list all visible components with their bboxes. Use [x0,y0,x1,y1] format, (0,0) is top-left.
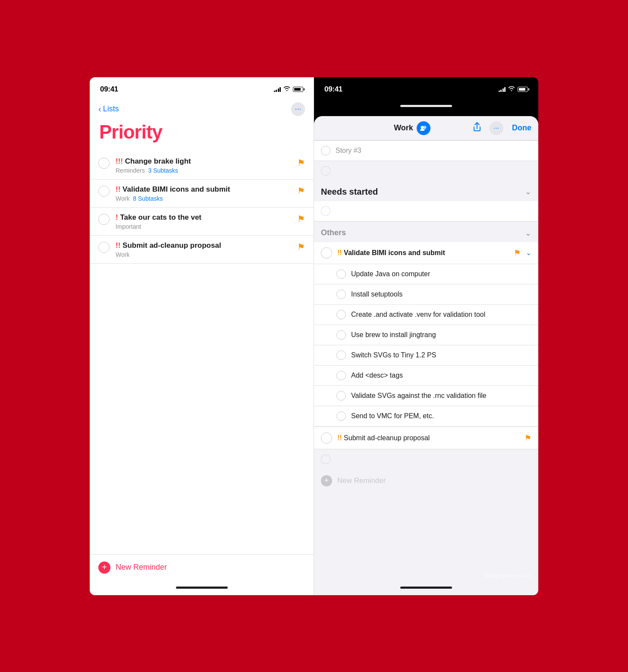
submit-flag: ⚑ [524,433,531,443]
validate-bimi-markers: !! [337,249,344,256]
validate-bimi-circle[interactable] [321,247,332,259]
validate-bimi-chevron[interactable]: ⌄ [526,249,531,257]
empty-row-3 [314,449,538,469]
flag-icon-4: ⚑ [297,242,305,252]
subtask-circle-4[interactable] [336,330,346,340]
right-nav-bar: Work [314,116,538,141]
right-scroll[interactable]: Story #3 Needs started ⌄ Others [314,141,538,581]
task-circle-1[interactable] [98,158,110,169]
task-circle-3[interactable] [98,214,110,225]
bar1 [274,91,275,92]
subtask-4: Use brew to install jingtrang [314,325,538,345]
section-title-needs-started: Needs started [321,187,378,197]
validate-bimi-flag: ⚑ [514,248,521,258]
subtask-text-3: Create .and activate .venv for validatio… [351,311,531,319]
task-list: !!! Change brake light Reminders 3 Subta… [90,151,314,554]
task-circle-4[interactable] [98,242,110,253]
home-indicator-right-inner [314,581,538,595]
home-bar-right [400,587,452,589]
task-list-name-2: Work [116,195,129,202]
status-icons-left [274,86,304,92]
subtask-link-2[interactable]: 8 Subtasks [133,195,163,202]
back-button[interactable]: ‹ Lists [98,104,119,114]
task-text-3: Take our cats to the vet [120,213,201,221]
subtask-text-8: Send to VMC for PEM, etc. [351,412,531,420]
home-bar-white [400,105,452,107]
priority-markers-1: !!! [116,157,123,165]
subtask-circle-3[interactable] [336,310,346,319]
priority-markers-3: ! [116,213,118,221]
right-new-reminder-label: New Reminder [337,476,386,485]
task-circle-2[interactable] [98,186,110,197]
empty-row-2 [314,201,538,221]
section-title-others: Others [321,228,346,237]
task-subtitle-3: Important [116,223,291,230]
done-button[interactable]: Done [512,123,531,133]
flag-icon-2: ⚑ [297,186,305,196]
flag-icon-1: ⚑ [297,158,305,168]
time-right: 09:41 [324,85,342,94]
task-list-name-1: Reminders [116,167,145,174]
chevron-others[interactable]: ⌄ [525,228,531,238]
submit-circle[interactable] [321,432,332,444]
bar2 [276,90,277,92]
bar4-r [504,87,506,92]
task-content-4: !! Submit ad-cleanup proposal Work [116,241,291,258]
nav-bar-left: ‹ Lists ··· [90,99,314,120]
task-content-2: !! Validate BIMI icons and submit Work 8… [116,185,291,202]
subtask-link-1[interactable]: 3 Subtasks [148,167,178,174]
empty-circle-2 [321,206,330,216]
subtask-2: Install setuptools [314,284,538,305]
story-item: Story #3 [314,141,538,161]
chevron-needs-started[interactable]: ⌄ [525,187,531,196]
task-text-4: Submit ad-cleanup proposal [122,241,221,249]
more-button[interactable]: ··· [291,102,305,116]
subtask-circle-5[interactable] [336,350,346,360]
task-title-3: ! Take our cats to the vet [116,213,291,222]
task-item-4: !! Submit ad-cleanup proposal Work ⚑ [90,236,314,264]
subtask-circle-7[interactable] [336,391,346,401]
task-title-4: !! Submit ad-cleanup proposal [116,241,291,250]
task-text-2: Validate BIMI icons and submit [122,185,230,193]
subtask-6: Add <desc> tags [314,366,538,386]
collab-icon[interactable] [417,121,430,135]
page-title: Priority [99,121,304,143]
status-icons-right [499,86,528,92]
time-left: 09:41 [100,85,118,94]
home-indicator-left [90,581,314,595]
subtask-1: Update Java on computer [314,264,538,284]
subtask-circle-6[interactable] [336,371,346,380]
task-title-1: !!! Change brake light [116,157,291,166]
bar3 [278,88,279,92]
right-content-card: Work [314,116,538,595]
right-new-reminder[interactable]: + New Reminder [314,469,538,492]
subtask-8: Send to VMC for PEM, etc. [314,406,538,426]
submit-markers: !! [337,434,344,442]
watermark: GadgetHacks.com [484,572,531,579]
subtask-circle-1[interactable] [336,269,346,279]
subtask-text-7: Validate SVGs against the .rnc validatio… [351,392,531,400]
subtask-circle-8[interactable] [336,411,346,421]
phone-right: 09:41 [314,77,538,595]
task-content-1: !!! Change brake light Reminders 3 Subta… [116,157,291,174]
priority-markers-2: !! [116,185,120,193]
task-subtitle-4: Work [116,251,291,258]
flag-icon-3: ⚑ [297,214,305,224]
share-button[interactable] [473,122,481,134]
subtask-circle-2[interactable] [336,290,346,299]
subtask-text-1: Update Java on computer [351,270,531,278]
new-reminder-button[interactable]: + New Reminder [90,554,314,581]
task-content-3: ! Take our cats to the vet Important [116,213,291,230]
page-title-container: Priority [90,120,314,151]
battery-icon-right [518,87,528,92]
subtask-3: Create .and activate .venv for validatio… [314,305,538,325]
right-task-submit: !! Submit ad-cleanup proposal ⚑ [314,427,538,449]
story-circle[interactable] [321,146,330,155]
more-button-right[interactable]: ··· [490,121,503,135]
back-label: Lists [103,104,119,114]
status-bar-left: 09:41 [90,77,314,99]
work-title: Work [394,123,413,133]
task-list-name-3: Important [116,223,141,230]
battery-icon-left [293,87,303,92]
home-indicator-right-outer [314,99,538,114]
